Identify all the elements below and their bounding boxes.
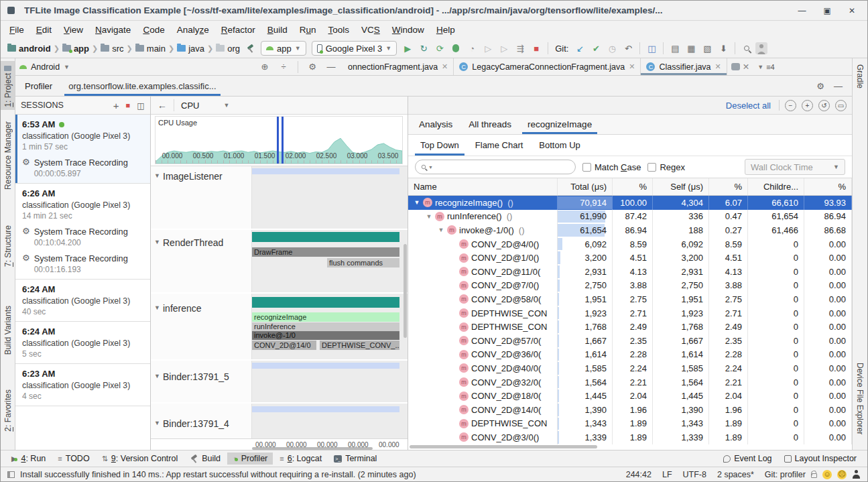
menu-code[interactable]: Code: [137, 23, 170, 37]
table-row[interactable]: mCONV_2D@3/0()1,3391.891,3391.8900.00: [408, 430, 852, 444]
close-icon[interactable]: ✕: [743, 62, 749, 72]
trace-event-depthwise-conv----[interactable]: DEPTHWISE_CONV_...: [320, 341, 399, 350]
thread-row-imagelistener[interactable]: ▼ImageListener: [151, 166, 408, 229]
table-row[interactable]: ▼mrecognizeImage() ()70,914100.004,3046.…: [408, 196, 852, 210]
zoom-in-icon[interactable]: +: [802, 100, 813, 111]
match-case-checkbox[interactable]: Match Case: [582, 162, 641, 172]
feedback-happy-icon[interactable]: ☺: [822, 470, 832, 479]
column-header-2[interactable]: %: [613, 178, 653, 195]
tab-top-down[interactable]: Top Down: [412, 135, 467, 156]
session-item[interactable]: 6:24 AMclassification (Google Pixel 3)5 …: [15, 322, 150, 364]
collapse-all-icon[interactable]: ÷: [276, 60, 291, 74]
close-icon[interactable]: ✕: [849, 6, 855, 15]
table-row[interactable]: ▼minvoke@-1/0() ()61,65486.941880.2761,4…: [408, 223, 852, 237]
column-header-1[interactable]: Total (μs): [558, 178, 613, 195]
session-recording-item[interactable]: ⚙System Trace Recording00:01:16.193: [22, 253, 145, 274]
expand-triangle-icon[interactable]: ▼: [438, 227, 444, 233]
collapse-triangle-icon[interactable]: ▼: [154, 420, 160, 426]
regex-checkbox[interactable]: Regex: [647, 162, 685, 172]
toolwindow-profiler[interactable]: ◔Profiler: [227, 453, 273, 465]
toolwindow-9versioncontrol[interactable]: ⇅9: Version Control: [97, 453, 184, 465]
collapse-sessions-icon[interactable]: ◫: [137, 101, 145, 111]
table-row[interactable]: mCONV_2D@4/0()6,0928.596,0928.5900.00: [408, 237, 852, 251]
sidebar-item---favorites[interactable]: 2: Favorites: [1, 389, 15, 432]
collapse-triangle-icon[interactable]: ▼: [154, 172, 160, 179]
search-input[interactable]: ▼: [415, 160, 576, 174]
menu-build[interactable]: Build: [261, 23, 294, 37]
git-branch[interactable]: Git: profiler: [765, 470, 806, 479]
maximize-icon[interactable]: ▣: [824, 6, 831, 15]
sidebar-item---structure[interactable]: 7: Structure: [1, 225, 15, 267]
thread-state-bar[interactable]: [252, 232, 399, 242]
collapse-triangle-icon[interactable]: ▼: [154, 373, 160, 379]
menu-view[interactable]: View: [58, 23, 89, 37]
apply-changes-icon[interactable]: ↻: [416, 41, 431, 56]
hide-pane-icon[interactable]: —: [324, 60, 338, 74]
menu-navigate[interactable]: Navigate: [89, 23, 137, 37]
session-recording-item[interactable]: ⚙System Trace Recording00:00:05.897: [22, 158, 145, 178]
toolwindow-todo[interactable]: ≡TODO: [52, 453, 95, 465]
session-item[interactable]: 6:26 AMclassification (Google Pixel 3)14…: [15, 184, 150, 280]
editor-tab-onnectionFragmentjava[interactable]: onnectionFragment.java✕: [343, 58, 454, 75]
device-manager-icon[interactable]: ▦: [684, 41, 698, 56]
selection-line[interactable]: [282, 117, 284, 164]
minimize-icon[interactable]: —: [798, 6, 806, 15]
breadcrumb-src[interactable]: src: [99, 44, 125, 54]
thread-row-binder-13791-5[interactable]: ▼Binder:13791_5: [151, 359, 408, 402]
table-row[interactable]: mCONV_2D@58/0(1,9512.751,9512.7500.00: [408, 292, 852, 306]
close-icon[interactable]: ✕: [629, 62, 635, 71]
encoding[interactable]: UTF-8: [683, 470, 706, 479]
frame-selection-icon[interactable]: ▭: [835, 100, 847, 111]
vertical-scrollbar[interactable]: [404, 244, 407, 338]
layout-inspector-toolbar-icon[interactable]: ▧: [700, 41, 715, 56]
locate-file-icon[interactable]: ⊕: [257, 60, 272, 74]
menu-analyze[interactable]: Analyze: [171, 23, 215, 37]
deselect-all-link[interactable]: Deselect all: [726, 101, 771, 111]
caret-position[interactable]: 244:42: [626, 470, 652, 479]
close-icon[interactable]: ✕: [442, 62, 448, 71]
menu-tools[interactable]: Tools: [322, 23, 356, 37]
session-item[interactable]: 6:23 AMclassification (Google Pixel 3)4 …: [15, 364, 150, 406]
git-commit-icon[interactable]: ✔: [588, 41, 603, 56]
hide-profiler-icon[interactable]: —: [834, 81, 843, 91]
attach-debugger-icon[interactable]: ▷: [481, 41, 495, 56]
cpu-usage-chart[interactable]: CPU Usage 00.00000.50001.00001.50002.000…: [151, 115, 408, 166]
thread-state-bar[interactable]: [252, 406, 399, 412]
table-row[interactable]: mCONV_2D@1/0()3,2004.513,2004.5100.00: [408, 251, 852, 265]
project-view-select[interactable]: Android: [31, 62, 60, 72]
thread-state-bar[interactable]: [252, 297, 399, 308]
tab-icon-only[interactable]: ✕: [727, 58, 753, 75]
menu-edit[interactable]: Edit: [30, 23, 58, 37]
horizontal-scrollbar[interactable]: [410, 445, 597, 448]
tab-analysis[interactable]: Analysis: [411, 115, 460, 134]
trace-event-invoke--1-0[interactable]: invoke@-1/0: [252, 331, 399, 340]
git-rollback-icon[interactable]: ↶: [621, 41, 635, 56]
zoom-out-icon[interactable]: −: [785, 100, 796, 111]
table-row[interactable]: mCONV_2D@18/0(1,4452.041,4452.0400.00: [408, 389, 852, 403]
table-row[interactable]: mCONV_2D@14/0(1,3901.961,3901.9600.00: [408, 403, 852, 417]
breadcrumb-java[interactable]: java: [176, 44, 206, 54]
restart-activity-icon[interactable]: ⇶: [513, 41, 528, 56]
session-item[interactable]: 6:53 AMclassification (Google Pixel 3)1 …: [15, 115, 150, 184]
git-history-icon[interactable]: ◷: [605, 41, 619, 56]
project-structure-icon[interactable]: ◫: [644, 41, 659, 56]
run-config-select[interactable]: app ▼: [261, 41, 306, 56]
breadcrumb-app[interactable]: app: [61, 44, 90, 54]
column-header-5[interactable]: Childre...: [748, 178, 804, 195]
collapse-triangle-icon[interactable]: ▼: [154, 304, 160, 311]
add-session-icon[interactable]: +: [113, 100, 119, 111]
menu-window[interactable]: Window: [386, 23, 430, 37]
table-row[interactable]: mDEPTHWISE_CON1,7682.491,7682.4900.00: [408, 320, 852, 334]
column-header-6[interactable]: %: [804, 178, 852, 195]
breadcrumb-main[interactable]: main: [134, 44, 167, 54]
close-icon[interactable]: ✕: [715, 62, 721, 71]
tab-recognizeimage[interactable]: recognizeImage: [519, 115, 600, 134]
sidebar-item-device-file-explorer[interactable]: Device File Explorer: [853, 363, 867, 434]
breadcrumb-org[interactable]: org: [214, 44, 241, 54]
sidebar-item-build-variants[interactable]: Build Variants: [1, 306, 15, 355]
line-ending[interactable]: LF: [662, 470, 672, 479]
thread-row-binder-13791-4[interactable]: ▼Binder:13791_4: [151, 402, 408, 438]
git-update-icon[interactable]: ↙: [572, 41, 587, 56]
search-everywhere-icon[interactable]: [739, 41, 754, 56]
avatar[interactable]: [755, 42, 767, 54]
